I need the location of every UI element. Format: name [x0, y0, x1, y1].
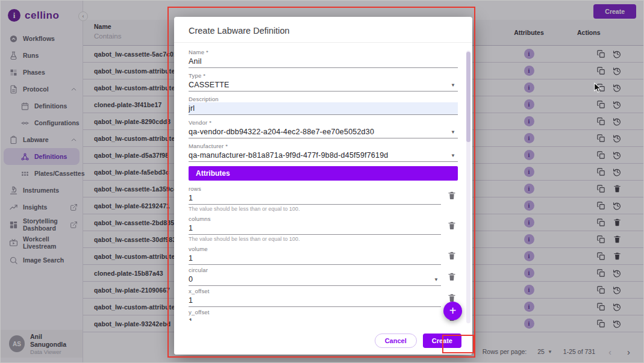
attribute-row: volume 1: [189, 246, 458, 265]
field-input[interactable]: CASSETTE ▼: [189, 79, 458, 92]
delete-attribute-icon[interactable]: [447, 251, 458, 262]
attribute-row: x_offset 1: [189, 288, 458, 307]
dialog-title: Create Labware Definition: [174, 17, 472, 43]
validation-helper-text: The value should be less than or equal t…: [189, 236, 441, 242]
attribute-label: circular: [189, 267, 441, 273]
attribute-input[interactable]: 1: [189, 222, 441, 235]
caret-down-icon: ▼: [451, 82, 457, 88]
app-window: i cellino Workflows Runs Phases: [0, 0, 644, 363]
attribute-label: rows: [189, 185, 441, 192]
attribute-label: volume: [189, 246, 441, 252]
attribute-row: columns 1 The value should be less than …: [189, 216, 458, 244]
caret-down-icon: ▼: [451, 153, 457, 158]
field-label: Description: [189, 96, 458, 102]
dialog-footer: Cancel Create: [174, 327, 472, 355]
cancel-button[interactable]: Cancel: [375, 334, 417, 348]
field-input[interactable]: jrl: [189, 102, 458, 115]
field-value: qa-manufacturer-b81a871a-9f9d-477f-9b8d-…: [189, 150, 451, 160]
field-value: Anil: [189, 57, 457, 66]
attribute-value: 1: [189, 296, 440, 305]
attribute-row: circular 0 ▼: [189, 267, 458, 286]
attributes-section-header: Attributes: [189, 166, 458, 181]
scrollbar-thumb[interactable]: [466, 52, 470, 142]
delete-attribute-icon[interactable]: [447, 191, 458, 202]
form-field: Name * Anil: [189, 49, 458, 68]
attribute-input[interactable]: 1: [189, 315, 441, 321]
field-input[interactable]: qa-manufacturer-b81a871a-9f9d-477f-9b8d-…: [189, 149, 458, 162]
form-field: Vendor * qa-vendor-dbb94322-a204-4ec2-88…: [189, 119, 458, 138]
field-label: Vendor *: [189, 119, 458, 126]
field-input[interactable]: qa-vendor-dbb94322-a204-4ec2-88e7-ee70e5…: [189, 126, 458, 138]
form-field: Manufacturer * qa-manufacturer-b81a871a-…: [189, 143, 458, 162]
dialog-scrollbar[interactable]: [466, 51, 470, 323]
attribute-value: 1: [189, 193, 440, 203]
caret-down-icon: ▼: [434, 277, 440, 282]
attribute-input[interactable]: 1: [189, 294, 441, 307]
attribute-input[interactable]: 1: [189, 192, 441, 205]
form-field: Type * CASSETTE ▼: [189, 72, 458, 92]
field-label: Name *: [189, 49, 458, 55]
attribute-input[interactable]: 1: [189, 252, 441, 265]
caret-down-icon: ▼: [451, 129, 457, 135]
attribute-input[interactable]: 0 ▼: [189, 273, 441, 286]
field-input[interactable]: Anil: [189, 55, 458, 68]
attribute-row: y_offset 1: [189, 309, 458, 321]
field-label: Manufacturer *: [189, 143, 458, 149]
attribute-value: 1: [189, 223, 440, 233]
field-value: jrl: [189, 104, 457, 113]
dialog-create-button[interactable]: Create: [423, 334, 461, 348]
delete-attribute-icon[interactable]: [447, 221, 458, 232]
attribute-label: columns: [189, 216, 441, 222]
attribute-value: 1: [189, 317, 440, 321]
form-field: Description jrl: [189, 96, 458, 115]
dialog-body: Name * Anil Type * CASSETTE ▼ Descriptio…: [174, 43, 472, 321]
field-value: qa-vendor-dbb94322-a204-4ec2-88e7-ee70e5…: [189, 127, 451, 137]
attribute-value: 1: [189, 253, 440, 263]
field-value: CASSETTE: [189, 80, 451, 90]
attribute-label: y_offset: [189, 309, 441, 315]
field-label: Type *: [189, 72, 458, 79]
validation-helper-text: The value should be less than or equal t…: [189, 206, 441, 212]
attribute-row: rows 1 The value should be less than or …: [189, 185, 458, 214]
attribute-value: 0: [189, 275, 434, 284]
attribute-label: x_offset: [189, 288, 441, 294]
add-attribute-button[interactable]: +: [443, 302, 462, 320]
delete-attribute-icon[interactable]: [447, 272, 458, 283]
create-labware-definition-dialog: Create Labware Definition Name * Anil Ty…: [174, 17, 472, 355]
